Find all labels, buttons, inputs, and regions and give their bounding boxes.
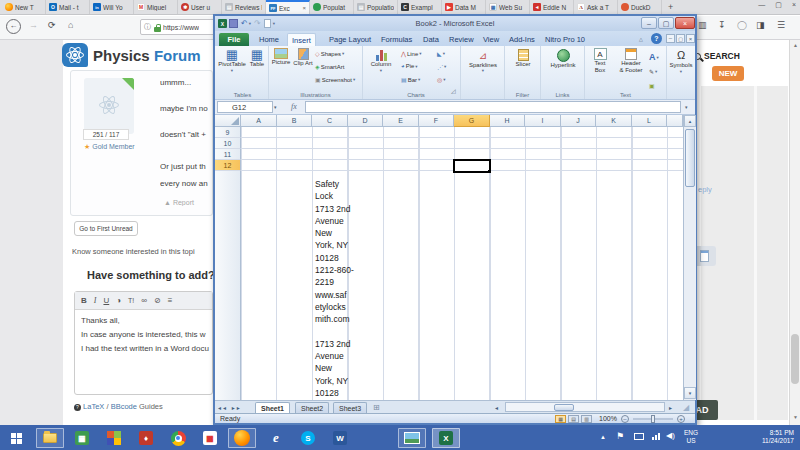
home-tab[interactable]: Home	[255, 33, 283, 46]
file-tab[interactable]: File	[219, 33, 249, 46]
browser-tab[interactable]: OMail - t	[46, 0, 90, 14]
row-header[interactable]: 9	[215, 127, 241, 138]
zoom-out-icon[interactable]: –	[621, 415, 629, 423]
bar-chart-button[interactable]: ▤Bar▾	[401, 76, 420, 83]
text-color-button[interactable]: ◑	[116, 296, 121, 305]
column-header[interactable]: H	[490, 115, 525, 127]
column-header[interactable]: E	[383, 115, 419, 127]
cell-text-block[interactable]: Safety Lock 1713 2nd Avenue New York, NY…	[315, 178, 352, 400]
picture-button[interactable]: Picture	[270, 48, 292, 66]
scrollbar-thumb[interactable]	[791, 334, 799, 384]
list-button[interactable]: ≡	[168, 296, 173, 305]
excel-title-bar[interactable]: X ↶▾ ↷ ▾ Book2 - Microsoft Excel ‒ ▢ ×	[215, 16, 695, 31]
zoom-in-icon[interactable]: +	[677, 415, 685, 423]
collapse-ribbon-icon[interactable]: △	[639, 36, 643, 42]
signature-line-button[interactable]: ✎▾	[649, 68, 657, 75]
horizontal-scrollbar[interactable]	[505, 402, 665, 412]
physicsforums-logo-icon[interactable]	[62, 43, 88, 67]
page-scrollbar[interactable]: ▲ ▼	[789, 40, 800, 425]
info-icon[interactable]: ⓘ	[144, 22, 151, 32]
minimize-icon[interactable]: —	[758, 1, 765, 9]
search-control[interactable]: SEARCH	[694, 51, 774, 61]
shapes-button[interactable]: ◇Shapes▾	[315, 50, 344, 57]
ribbon-minimize-icon[interactable]: ‒	[666, 34, 675, 43]
first-unread-button[interactable]: Go to First Unread	[74, 221, 138, 236]
taskbar-red-app[interactable]: ♦	[132, 428, 160, 448]
row-header[interactable]: 11	[215, 149, 241, 160]
wordart-button[interactable]: A▾	[649, 52, 659, 62]
report-link[interactable]: ▲ Report	[164, 199, 214, 206]
taskbar-file-explorer[interactable]	[36, 428, 64, 448]
library-icon[interactable]: ▥	[698, 20, 707, 30]
insert-tab[interactable]: Insert	[287, 33, 316, 46]
smartart-button[interactable]: ◈SmartArt	[315, 63, 344, 70]
select-all-corner[interactable]	[215, 115, 241, 127]
pie-chart-button[interactable]: ◕Pie▾	[401, 63, 418, 69]
forward-icon[interactable]: →	[29, 20, 38, 30]
tray-signal-icon[interactable]	[652, 433, 660, 440]
browser-tab[interactable]: ✱User u	[178, 0, 222, 14]
avatar[interactable]	[84, 78, 134, 134]
tray-flag-icon[interactable]: ⚑	[616, 431, 624, 441]
table-button[interactable]: ▦Table	[247, 48, 267, 68]
formulas-tab[interactable]: Formulas	[377, 33, 416, 46]
bbcode-link[interactable]: BBcode	[111, 402, 137, 411]
maximize-button[interactable]: ▢	[658, 17, 674, 29]
new-document-icon[interactable]	[264, 19, 271, 28]
site-logo[interactable]: Physics Forum	[93, 47, 218, 64]
back-icon[interactable]: ←	[6, 19, 21, 34]
data-tab[interactable]: Data	[419, 33, 443, 46]
browser-tab[interactable]: inWill Yo	[90, 0, 134, 14]
column-header[interactable]: D	[348, 115, 383, 127]
selected-cell-g12[interactable]	[453, 159, 491, 173]
browser-tab[interactable]: Populat	[310, 0, 354, 14]
name-box[interactable]: G12	[217, 101, 273, 113]
scatter-chart-button[interactable]: ⋰▾	[437, 63, 446, 70]
column-header[interactable]: B	[277, 115, 312, 127]
tray-clock[interactable]: 8:51 PM11/24/2017	[712, 429, 794, 446]
browser-tab[interactable]: MMiguel	[134, 0, 178, 14]
scroll-up-icon[interactable]: ▲	[793, 42, 798, 48]
row-header-selected[interactable]: 12	[215, 160, 241, 171]
formula-expand-icon[interactable]: ▾	[685, 104, 688, 110]
home-icon[interactable]: ⌂	[68, 20, 73, 30]
taskbar-collage-app[interactable]	[100, 428, 128, 448]
fill-handle[interactable]	[488, 170, 491, 173]
close-icon[interactable]: ×	[792, 1, 796, 9]
maximize-icon[interactable]: ▢	[775, 1, 782, 9]
tray-network-icon[interactable]	[634, 433, 644, 440]
minimize-button[interactable]: ‒	[641, 17, 657, 29]
sparklines-button[interactable]: ⊿Sparklines▾	[463, 50, 503, 74]
slicer-button[interactable]: Slicer	[509, 49, 537, 68]
start-button[interactable]	[2, 428, 30, 448]
tray-language[interactable]: ENGUS	[684, 429, 698, 446]
reload-icon[interactable]: ⟳	[48, 20, 56, 30]
new-tab-button[interactable]: +	[662, 0, 679, 14]
scrollbar-thumb[interactable]	[685, 129, 695, 187]
hscroll-left-icon[interactable]: ◂	[495, 404, 498, 411]
save-icon[interactable]	[229, 19, 238, 28]
browser-tab[interactable]: ▦Web Su	[486, 0, 530, 14]
browser-tab[interactable]: New T	[2, 0, 46, 14]
reply-link[interactable]: eply	[698, 185, 718, 194]
name-box-dropdown-icon[interactable]: ▾	[274, 104, 277, 110]
textbox-button[interactable]: ATextBox	[587, 48, 613, 74]
hscrollbar-thumb[interactable]	[554, 404, 574, 411]
tray-volume-icon[interactable]: ◀)	[666, 431, 675, 440]
pivottable-button[interactable]: ▦PivotTable▾	[219, 48, 245, 73]
url-bar[interactable]: ⓘ https://www	[140, 19, 218, 35]
ribbon-close-icon[interactable]: ×	[686, 34, 695, 43]
browser-tab[interactable]: ◄Eddie N	[530, 0, 574, 14]
close-button[interactable]: ×	[675, 17, 695, 29]
qat-dropdown-icon[interactable]: ▾	[273, 21, 275, 26]
column-header-partial[interactable]	[667, 115, 683, 127]
row-header-tall[interactable]	[215, 171, 241, 400]
menu-icon[interactable]: ☰	[777, 20, 785, 30]
headerfooter-button[interactable]: Header& Footer	[615, 48, 647, 74]
taskbar-green-app[interactable]: ▦	[68, 428, 96, 448]
page-layout-view-button[interactable]: ▤	[568, 415, 579, 423]
review-tab[interactable]: Review	[445, 33, 478, 46]
unlink-button[interactable]: ⊘	[154, 296, 161, 305]
other-charts-button[interactable]: ◎▾	[437, 76, 446, 83]
download-icon[interactable]: ↧	[718, 20, 726, 30]
